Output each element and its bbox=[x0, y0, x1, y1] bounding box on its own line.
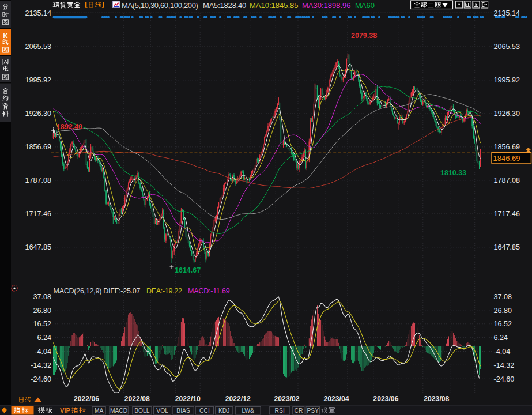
svg-text:6.24: 6.24 bbox=[494, 334, 508, 342]
svg-text:1647.85: 1647.85 bbox=[25, 243, 51, 251]
svg-text:-14.32: -14.32 bbox=[494, 361, 515, 369]
svg-text:1647.85: 1647.85 bbox=[494, 243, 520, 251]
svg-text:2022/06: 2022/06 bbox=[74, 395, 99, 403]
svg-text:2022/12: 2022/12 bbox=[225, 395, 251, 403]
svg-text:MA60: MA60 bbox=[355, 1, 375, 10]
svg-text:2135.14: 2135.14 bbox=[25, 9, 51, 17]
svg-text:LW&: LW& bbox=[242, 408, 254, 414]
svg-text:MA(5,10,30,60,100,200): MA(5,10,30,60,100,200) bbox=[122, 1, 198, 10]
svg-text:CCI: CCI bbox=[199, 408, 210, 414]
svg-text:DEA:-19.22: DEA:-19.22 bbox=[146, 287, 182, 295]
svg-text:1614.67: 1614.67 bbox=[175, 266, 201, 274]
svg-text:1926.30: 1926.30 bbox=[494, 110, 520, 118]
svg-text:-4.04: -4.04 bbox=[494, 348, 511, 356]
svg-text:CR: CR bbox=[294, 408, 303, 414]
svg-text:VOL: VOL bbox=[156, 408, 168, 414]
svg-text:-24.60: -24.60 bbox=[31, 375, 51, 383]
svg-text:1787.08: 1787.08 bbox=[494, 176, 520, 184]
svg-text:2065.53: 2065.53 bbox=[25, 43, 51, 51]
svg-text:2023/04: 2023/04 bbox=[323, 395, 349, 403]
svg-text:2079.38: 2079.38 bbox=[351, 32, 377, 40]
svg-text:37.08: 37.08 bbox=[494, 293, 512, 301]
svg-text:16.52: 16.52 bbox=[494, 320, 512, 328]
svg-text:1995.92: 1995.92 bbox=[494, 76, 520, 84]
svg-text:2022/08: 2022/08 bbox=[124, 395, 150, 403]
svg-text:MA30:1898.96: MA30:1898.96 bbox=[302, 1, 351, 10]
svg-text:VIP: VIP bbox=[60, 407, 70, 414]
svg-text:MACD(26,12,9) DIFF:-25.07: MACD(26,12,9) DIFF:-25.07 bbox=[54, 287, 141, 295]
svg-text:PSY: PSY bbox=[307, 408, 319, 414]
svg-text:MACD: MACD bbox=[110, 408, 127, 414]
svg-text:2135.14: 2135.14 bbox=[494, 9, 520, 17]
svg-text:6.24: 6.24 bbox=[37, 334, 51, 342]
svg-text:2023/06: 2023/06 bbox=[373, 395, 398, 403]
svg-text:26.80: 26.80 bbox=[494, 307, 512, 315]
svg-text:MA5:1828.40: MA5:1828.40 bbox=[203, 1, 246, 10]
svg-text:1787.08: 1787.08 bbox=[25, 176, 51, 184]
svg-text:1856.69: 1856.69 bbox=[25, 143, 51, 151]
svg-text:2022/10: 2022/10 bbox=[175, 395, 201, 403]
svg-text:-4.04: -4.04 bbox=[35, 348, 51, 356]
svg-text:1717.46: 1717.46 bbox=[494, 210, 520, 218]
svg-text:MA10:1845.85: MA10:1845.85 bbox=[250, 1, 299, 10]
svg-text:1995.92: 1995.92 bbox=[25, 76, 51, 84]
svg-text:26.80: 26.80 bbox=[33, 307, 51, 315]
svg-text:MA: MA bbox=[95, 408, 104, 414]
svg-text:MACD:-11.69: MACD:-11.69 bbox=[188, 287, 230, 295]
svg-text:-24.60: -24.60 bbox=[494, 375, 515, 383]
svg-text:1926.30: 1926.30 bbox=[25, 110, 51, 118]
svg-text:2023/02: 2023/02 bbox=[274, 395, 300, 403]
svg-text:1810.33: 1810.33 bbox=[440, 169, 466, 177]
svg-text:1856.69: 1856.69 bbox=[494, 143, 520, 151]
svg-text:2065.53: 2065.53 bbox=[494, 43, 520, 51]
svg-text:BIAS: BIAS bbox=[176, 408, 190, 414]
svg-text:1846.69: 1846.69 bbox=[493, 154, 520, 163]
svg-text:K: K bbox=[3, 32, 8, 39]
svg-text:RSI: RSI bbox=[275, 408, 285, 414]
svg-text:KDJ: KDJ bbox=[218, 408, 229, 414]
svg-text:-14.32: -14.32 bbox=[31, 361, 51, 369]
svg-text:37.08: 37.08 bbox=[33, 293, 51, 301]
svg-text:1892.40: 1892.40 bbox=[56, 123, 82, 131]
svg-text:BOLL: BOLL bbox=[134, 408, 150, 414]
svg-text:16.52: 16.52 bbox=[33, 320, 51, 328]
svg-text:1717.46: 1717.46 bbox=[25, 210, 51, 218]
svg-text:2023/08: 2023/08 bbox=[424, 395, 449, 403]
